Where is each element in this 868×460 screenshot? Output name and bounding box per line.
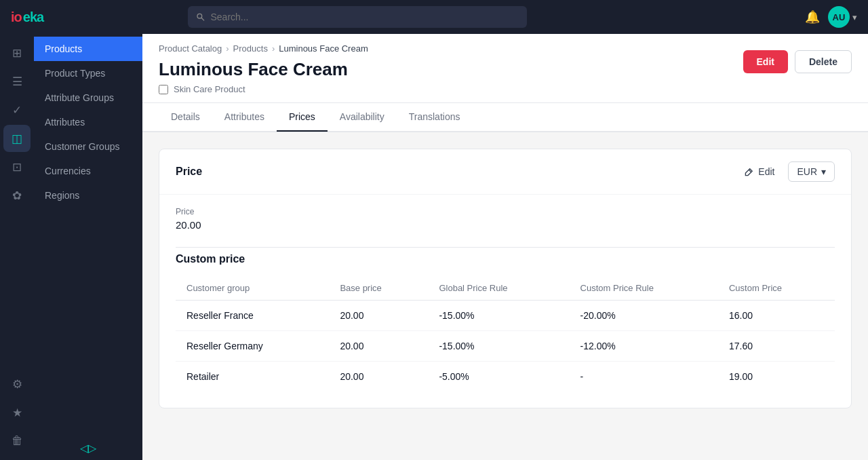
tasks-icon: ✓ (12, 103, 22, 117)
logo-io: io (11, 9, 22, 25)
price-value: 20.00 (176, 219, 835, 231)
price-section: Price 20.00 (159, 195, 851, 247)
col-custom-price-rule: Custom Price Rule (570, 276, 718, 301)
currency-chevron: ▾ (821, 166, 826, 177)
logo-eka: eka (23, 9, 43, 25)
breadcrumb-products[interactable]: Products (233, 43, 268, 54)
sidebar-item-customer-groups[interactable]: Customer Groups (34, 134, 142, 159)
product-subtitle-text: Skin Care Product (174, 84, 245, 94)
custom-price-section: Custom price Customer group Base price G… (159, 248, 851, 408)
page-header-left: Product Catalog › Products › Luminous Fa… (159, 43, 368, 102)
sidebar-icon-dashboard[interactable]: ⊞ (3, 39, 31, 66)
breadcrumb: Product Catalog › Products › Luminous Fa… (159, 43, 368, 54)
tab-translations[interactable]: Translations (397, 103, 473, 132)
cell-global-price-rule: -15.00% (428, 331, 569, 362)
delete-button[interactable]: Delete (795, 50, 852, 73)
collapse-icon: ◁▷ (80, 442, 96, 455)
tab-details[interactable]: Details (159, 103, 212, 132)
cell-base-price: 20.00 (329, 301, 428, 331)
logo[interactable]: ioeka (11, 9, 43, 25)
sidebar-icon-star[interactable]: ★ (3, 399, 31, 426)
cell-base-price: 20.00 (329, 362, 428, 392)
sidebar-icon-users[interactable]: ✿ (3, 182, 31, 209)
cell-base-price: 20.00 (329, 331, 428, 362)
cell-global-price-rule: -15.00% (428, 301, 569, 331)
users-icon: ✿ (12, 189, 22, 203)
col-custom-price: Custom Price (718, 276, 835, 301)
search-bar[interactable] (188, 6, 527, 28)
cell-customer-group: Retailer (176, 362, 329, 392)
notification-icon[interactable]: 🔔 (805, 9, 820, 24)
page-title: Luminous Face Cream (159, 59, 368, 80)
avatar: AU (828, 6, 850, 28)
app-body: ⊞ ☰ ✓ ◫ ⊡ ✿ ⚙ ★ 🗑 Products Product (0, 34, 868, 460)
edit-button[interactable]: Edit (743, 50, 788, 73)
settings-icon: ⚙ (12, 377, 22, 391)
currency-dropdown[interactable]: EUR ▾ (788, 161, 835, 182)
price-card-actions: Edit EUR ▾ (738, 161, 835, 182)
header-actions: Edit Delete (743, 43, 852, 73)
cart-icon: ⊡ (12, 160, 22, 174)
col-base-price: Base price (329, 276, 428, 301)
sidebar-collapse-button[interactable]: ◁▷ (34, 436, 142, 460)
sidebar-item-products[interactable]: Products (34, 37, 142, 61)
cell-custom-price-rule: -12.00% (570, 331, 718, 362)
tab-prices[interactable]: Prices (277, 103, 328, 132)
sidebar-item-attribute-groups[interactable]: Attribute Groups (34, 85, 142, 110)
sidebar-icon-orders[interactable]: ☰ (3, 68, 31, 95)
tab-availability[interactable]: Availability (328, 103, 397, 132)
custom-price-table: Customer group Base price Global Price R… (176, 276, 835, 391)
search-icon (196, 12, 205, 22)
dashboard-icon: ⊞ (12, 46, 22, 60)
col-customer-group: Customer group (176, 276, 329, 301)
sidebar-icon-tasks[interactable]: ✓ (3, 96, 31, 123)
nav-right: 🔔 AU ▾ (805, 6, 857, 28)
page-header: Product Catalog › Products › Luminous Fa… (142, 34, 868, 103)
tabs-container: Details Attributes Prices Availability T… (142, 103, 868, 132)
price-label: Price (176, 207, 835, 216)
cell-custom-price-rule: - (570, 362, 718, 392)
svg-point-0 (197, 14, 202, 18)
price-edit-link[interactable]: Edit (738, 162, 781, 181)
sidebar-icon-cart[interactable]: ⊡ (3, 153, 31, 180)
breadcrumb-catalog[interactable]: Product Catalog (159, 43, 222, 54)
top-navigation: ioeka 🔔 AU ▾ (0, 0, 868, 34)
price-card-title: Price (176, 166, 202, 178)
svg-line-1 (201, 18, 204, 20)
sidebar-icon-trash[interactable]: 🗑 (3, 427, 31, 455)
sidebar-item-regions[interactable]: Regions (34, 183, 142, 208)
price-edit-label: Edit (758, 166, 774, 177)
cell-custom-price: 16.00 (718, 301, 835, 331)
cell-customer-group: Reseller Germany (176, 331, 329, 362)
breadcrumb-sep-1: › (226, 43, 229, 54)
tabs: Details Attributes Prices Availability T… (142, 103, 868, 132)
sidebar-icon-catalog[interactable]: ◫ (3, 125, 31, 152)
breadcrumb-sep-2: › (272, 43, 275, 54)
currency-value: EUR (797, 166, 817, 177)
cell-custom-price: 17.60 (718, 331, 835, 362)
sidebar-item-product-types[interactable]: Product Types (34, 61, 142, 85)
cell-global-price-rule: -5.00% (428, 362, 569, 392)
sidebar-icon-settings[interactable]: ⚙ (3, 370, 31, 398)
main-content: Product Catalog › Products › Luminous Fa… (142, 34, 868, 460)
table-row: Retailer20.00-5.00%-19.00 (176, 362, 835, 392)
cell-customer-group: Reseller France (176, 301, 329, 331)
table-row: Reseller Germany20.00-15.00%-12.00%17.60 (176, 331, 835, 362)
sidebar-item-currencies[interactable]: Currencies (34, 159, 142, 183)
product-checkbox[interactable] (159, 85, 168, 94)
tab-attributes[interactable]: Attributes (212, 103, 277, 132)
sidebar-icons: ⊞ ☰ ✓ ◫ ⊡ ✿ ⚙ ★ 🗑 (0, 34, 34, 460)
tab-content: Price Edit EUR ▾ Price 20.00 (142, 132, 868, 460)
custom-price-title: Custom price (176, 248, 835, 265)
user-menu[interactable]: AU ▾ (828, 6, 857, 28)
price-card: Price Edit EUR ▾ Price 20.00 (159, 149, 852, 408)
cell-custom-price: 19.00 (718, 362, 835, 392)
sidebar-text: Products Product Types Attribute Groups … (34, 34, 142, 460)
product-subtitle: Skin Care Product (159, 84, 368, 94)
table-row: Reseller France20.00-15.00%-20.00%16.00 (176, 301, 835, 331)
catalog-icon: ◫ (12, 132, 22, 146)
cell-custom-price-rule: -20.00% (570, 301, 718, 331)
sidebar-nav: Products Product Types Attribute Groups … (34, 34, 142, 436)
search-input[interactable] (210, 6, 519, 28)
sidebar-item-attributes[interactable]: Attributes (34, 110, 142, 134)
